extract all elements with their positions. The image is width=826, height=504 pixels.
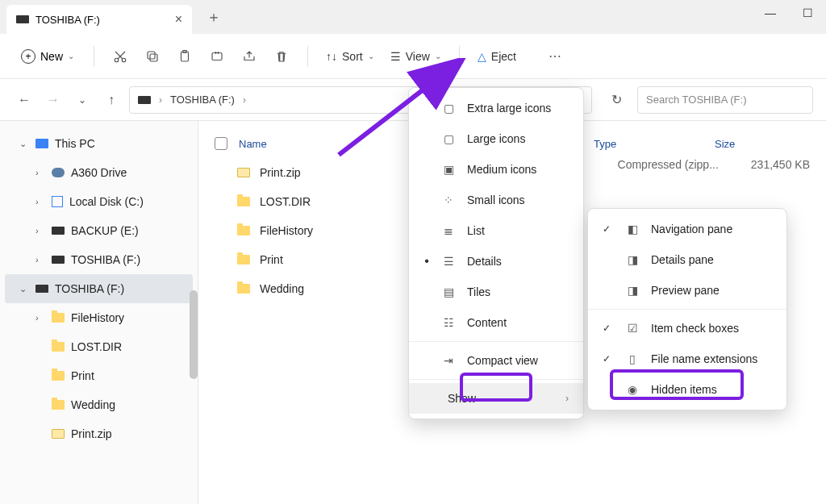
drive-icon	[16, 15, 29, 23]
back-button[interactable]: ←	[13, 89, 35, 111]
tab-toshiba[interactable]: TOSHIBA (F:) ×	[6, 5, 192, 34]
drive-icon	[138, 96, 151, 104]
file-icon: ▯	[625, 352, 640, 366]
eject-label: Eject	[491, 50, 516, 63]
eject-icon: △	[478, 50, 486, 63]
grid-icon: ▢	[441, 131, 456, 146]
folder-icon	[52, 400, 65, 410]
rename-button[interactable]	[202, 42, 232, 71]
up-button[interactable]: ↑	[100, 89, 123, 111]
paste-button[interactable]	[170, 42, 199, 71]
sidebar-item-backup[interactable]: › BACKUP (E:)	[5, 216, 193, 245]
refresh-button[interactable]: ↻	[602, 86, 631, 114]
grid-icon: ⁘	[441, 193, 456, 207]
maximize-button[interactable]: ☐	[789, 0, 826, 26]
folder-icon	[52, 371, 65, 381]
menu-item-hidden-items[interactable]: ◉Hidden items	[588, 374, 786, 405]
breadcrumb-drive[interactable]: TOSHIBA (F:)	[170, 94, 235, 106]
pane-icon: ◨	[625, 252, 640, 267]
select-all-checkbox[interactable]	[215, 137, 227, 150]
chevron-right-icon: ›	[565, 393, 569, 404]
sidebar-item-this-pc[interactable]: ⌄ This PC	[5, 129, 193, 158]
svg-rect-6	[212, 52, 222, 60]
sidebar-item-filehistory[interactable]: › FileHistory	[5, 303, 193, 332]
chevron-right-icon: ›	[35, 313, 45, 323]
menu-item-show[interactable]: Show›	[409, 383, 583, 414]
window-controls: — ☐	[752, 0, 826, 26]
recent-button[interactable]: ⌄	[71, 89, 94, 111]
menu-item-details-pane[interactable]: ◨Details pane	[588, 244, 786, 275]
view-icon: ☰	[390, 50, 401, 63]
menu-item-details[interactable]: •☰Details	[409, 246, 583, 277]
sort-icon: ↑↓	[326, 50, 337, 63]
chevron-right-icon: ›	[35, 255, 45, 264]
sidebar-item-local-disk[interactable]: › Local Disk (C:)	[5, 187, 193, 216]
tab-title: TOSHIBA (F:)	[35, 14, 100, 26]
eject-button[interactable]: △ Eject	[471, 45, 523, 68]
sidebar-item-print[interactable]: Print	[5, 361, 193, 390]
chevron-right-icon: ›	[35, 168, 45, 177]
forward-button[interactable]: →	[42, 89, 65, 111]
cut-button[interactable]	[106, 42, 135, 71]
menu-item-extra-large-icons[interactable]: ▢Extra large icons	[409, 93, 583, 123]
details-icon: ☰	[441, 254, 456, 269]
sidebar-item-a360[interactable]: › A360 Drive	[5, 158, 193, 187]
column-size[interactable]: Size	[715, 138, 779, 150]
close-tab-button[interactable]: ×	[175, 12, 182, 27]
new-tab-button[interactable]: ＋	[206, 7, 221, 27]
sidebar-label: Print.zip	[71, 427, 112, 440]
folder-icon	[237, 197, 250, 206]
menu-item-medium-icons[interactable]: ▣Medium icons	[409, 154, 583, 185]
copy-button[interactable]	[138, 42, 167, 71]
content-icon: ☷	[441, 315, 456, 330]
menu-item-preview-pane[interactable]: ◨Preview pane	[588, 275, 786, 306]
sidebar-label: A360 Drive	[71, 166, 127, 179]
column-name[interactable]: Name	[239, 138, 424, 150]
search-box[interactable]	[637, 86, 813, 114]
view-button[interactable]: ☰ View ⌄	[384, 45, 448, 68]
toolbar: + New ⌄ ↑↓ Sort ⌄ ☰ View ⌄ △ Eject ⋯	[0, 34, 826, 79]
file-size: 231,450 KB	[751, 158, 810, 171]
share-button[interactable]	[235, 42, 264, 71]
menu-item-content[interactable]: ☷Content	[409, 307, 583, 338]
sidebar-label: Local Disk (C:)	[69, 195, 144, 208]
checkbox-icon: ☑	[625, 321, 640, 335]
sidebar-label: FileHistory	[71, 311, 124, 324]
menu-item-compact-view[interactable]: ⇥Compact view	[409, 345, 583, 376]
new-button[interactable]: + New ⌄	[13, 44, 82, 69]
minimize-button[interactable]: —	[752, 0, 789, 26]
sort-label: Sort	[342, 50, 363, 63]
view-menu: ▢Extra large icons ▢Large icons ▣Medium …	[408, 87, 584, 419]
sidebar-label: Wedding	[71, 398, 115, 411]
search-input[interactable]	[646, 94, 804, 106]
delete-button[interactable]	[267, 42, 296, 71]
view-label: View	[406, 50, 430, 63]
menu-item-list[interactable]: ≣List	[409, 215, 583, 246]
list-icon: ≣	[441, 223, 456, 238]
sort-button[interactable]: ↑↓ Sort ⌄	[319, 45, 381, 68]
column-type[interactable]: Type	[594, 138, 715, 150]
menu-item-file-extensions[interactable]: ✓▯File name extensions	[588, 344, 786, 374]
grid-icon: ▣	[441, 162, 456, 177]
more-button[interactable]: ⋯	[540, 42, 569, 71]
zip-icon	[237, 168, 250, 177]
tiles-icon: ▤	[441, 285, 456, 299]
drive-icon	[52, 256, 65, 264]
sidebar-item-wedding[interactable]: Wedding	[5, 390, 193, 419]
sidebar-item-printzip[interactable]: Print.zip	[5, 419, 193, 448]
menu-item-small-icons[interactable]: ⁘Small icons	[409, 185, 583, 215]
menu-item-large-icons[interactable]: ▢Large icons	[409, 123, 583, 154]
pc-icon	[35, 139, 48, 148]
sidebar-item-lostdir[interactable]: LOST.DIR	[5, 332, 193, 361]
file-name: LOST.DIR	[260, 195, 311, 208]
sidebar-label: LOST.DIR	[71, 340, 122, 353]
menu-item-navigation-pane[interactable]: ✓◧Navigation pane	[588, 214, 786, 244]
file-name: FileHistory	[260, 224, 313, 237]
scrollbar[interactable]	[190, 290, 198, 379]
menu-item-item-checkboxes[interactable]: ✓☑Item check boxes	[588, 313, 786, 344]
svg-rect-3	[148, 52, 155, 59]
sidebar-item-toshiba-2[interactable]: ⌄ TOSHIBA (F:)	[5, 274, 193, 303]
sidebar-item-toshiba-1[interactable]: › TOSHIBA (F:)	[5, 245, 193, 274]
menu-item-tiles[interactable]: ▤Tiles	[409, 277, 583, 307]
file-name: Print	[260, 253, 283, 266]
